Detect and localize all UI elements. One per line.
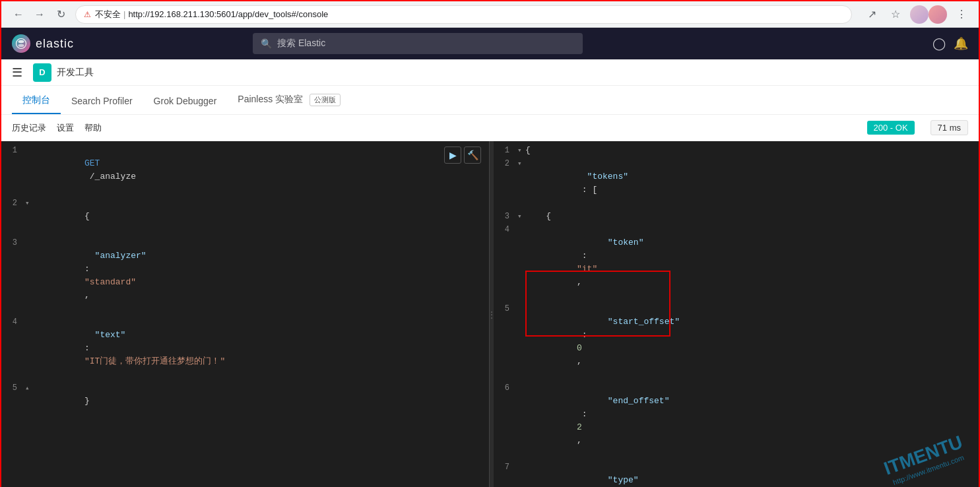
editor-content[interactable]: 1 GET /_analyze 2 ▾ { 3 "ana [1, 141, 489, 487]
line-number-1: 1 [1, 144, 25, 157]
header-right: ◯ 🔔 [932, 36, 968, 51]
output-line-6: 6 "end_offset" : 2 , [494, 381, 979, 461]
line-number-5: 5 [1, 381, 25, 395]
search-icon: 🔍 [261, 38, 272, 49]
menu-button[interactable]: ⋮ [952, 5, 971, 24]
out-line-num-5: 5 [494, 302, 517, 315]
out-gutter-1: ▾ [517, 144, 525, 157]
help-icon[interactable]: ◯ [932, 36, 946, 51]
out-code-2: "tokens" : [ [525, 157, 979, 210]
editor-line-2: 2 ▾ { [1, 197, 489, 236]
search-placeholder: 搜索 Elastic [277, 38, 325, 49]
out-gutter-3: ▾ [517, 210, 525, 223]
run-button[interactable]: ▶ [444, 146, 461, 164]
output-content[interactable]: 1 ▾ { 2 ▾ "tokens" : [ 3 ▾ { [494, 141, 979, 487]
tabs-bar: 控制台 Search Profiler Grok Debugger Painle… [1, 86, 979, 115]
dev-badge: D [33, 63, 51, 82]
tab-search-profiler[interactable]: Search Profiler [61, 89, 143, 114]
line-code-2: { [33, 197, 489, 236]
forward-button[interactable]: → [30, 5, 49, 24]
output-line-2: 2 ▾ "tokens" : [ [494, 157, 979, 210]
security-icon: ⚠ [84, 10, 91, 19]
reload-button[interactable]: ↻ [51, 5, 70, 24]
share-button[interactable]: ↗ [863, 5, 881, 24]
avatar-1[interactable] [910, 5, 929, 24]
output-line-4: 4 "token" : "it" , [494, 223, 979, 302]
line-number-2: 2 [1, 197, 25, 210]
line-number-4: 4 [1, 315, 25, 329]
global-search[interactable]: 🔍 搜索 Elastic [253, 33, 583, 54]
elastic-logo-icon [12, 34, 30, 53]
line-code-5: } [33, 381, 489, 421]
browser-actions: ↗ ☆ ⋮ [863, 5, 971, 24]
tab-console[interactable]: 控制台 [12, 88, 61, 114]
out-line-num-4: 4 [494, 223, 517, 236]
devtools-title: 开发工具 [57, 67, 94, 79]
svg-point-2 [18, 44, 24, 48]
editor-panel: 1 GET /_analyze 2 ▾ { 3 "ana [1, 141, 490, 487]
status-badge: 200 - OK [867, 121, 915, 135]
out-line-num-2: 2 [494, 157, 517, 170]
elastic-header: elastic 🔍 搜索 Elastic ◯ 🔔 [1, 28, 979, 59]
out-gutter-2: ▾ [517, 157, 525, 170]
devtools-navbar: ☰ D 开发工具 [1, 59, 979, 86]
editor-line-1: 1 GET /_analyze [1, 144, 489, 197]
output-line-3: 3 ▾ { [494, 210, 979, 223]
toolbar: 历史记录 设置 帮助 200 - OK 71 ms [1, 115, 979, 141]
line-code-4: "text" : "IT门徒，带你打开通往梦想的门！" [33, 315, 489, 381]
tab-grok-debugger[interactable]: Grok Debugger [143, 89, 228, 114]
settings-button[interactable]: 设置 [57, 122, 74, 134]
out-code-4: "token" : "it" , [525, 223, 979, 302]
url-text: 不安全 [95, 9, 121, 20]
notifications-icon[interactable]: 🔔 [954, 36, 968, 51]
tab-painless-lab[interactable]: Painless 实验室 公测版 [227, 87, 351, 114]
line-gutter-2: ▾ [25, 197, 33, 210]
elastic-logo[interactable]: elastic [12, 34, 74, 53]
line-number-3: 3 [1, 236, 25, 249]
hamburger-menu[interactable]: ☰ [12, 65, 22, 80]
out-code-5: "start_offset" : 0 , [525, 302, 979, 381]
output-line-1: 1 ▾ { [494, 144, 979, 157]
url-address: http://192.168.211.130:5601/app/dev_tool… [128, 9, 328, 19]
time-badge: 71 ms [931, 120, 968, 135]
output-panel: 1 ▾ { 2 ▾ "tokens" : [ 3 ▾ { [494, 141, 979, 487]
svg-point-1 [18, 40, 24, 44]
back-button[interactable]: ← [9, 5, 28, 24]
out-line-num-7: 7 [494, 461, 517, 474]
editor-line-5: 5 ▴ } [1, 381, 489, 421]
main-content: 1 GET /_analyze 2 ▾ { 3 "ana [1, 141, 979, 487]
out-line-num-1: 1 [494, 144, 517, 157]
avatar-2[interactable] [929, 5, 947, 24]
history-button[interactable]: 历史记录 [12, 122, 46, 134]
help-button[interactable]: 帮助 [84, 122, 102, 134]
browser-chrome: ← → ↻ ⚠ 不安全 | http://192.168.211.130:560… [1, 1, 979, 28]
bookmark-button[interactable]: ☆ [886, 5, 905, 24]
output-line-5: 5 "start_offset" : 0 , [494, 302, 979, 381]
line-code-1: GET /_analyze [33, 144, 489, 197]
nav-buttons: ← → ↻ [9, 5, 70, 24]
elastic-logo-text: elastic [36, 37, 74, 51]
url-separator: | [123, 9, 125, 19]
address-bar[interactable]: ⚠ 不安全 | http://192.168.211.130:5601/app/… [75, 5, 852, 24]
editor-line-3: 3 "analyzer" : "standard" , [1, 236, 489, 315]
editor-line-4: 4 "text" : "IT门徒，带你打开通往梦想的门！" [1, 315, 489, 381]
wrench-button[interactable]: 🔨 [464, 146, 481, 164]
line-code-3: "analyzer" : "standard" , [33, 236, 489, 315]
out-line-num-6: 6 [494, 381, 517, 395]
out-line-num-3: 3 [494, 210, 517, 223]
editor-toolbar: ▶ 🔨 [444, 146, 481, 164]
out-code-1: { [525, 144, 979, 157]
painless-badge: 公测版 [310, 94, 341, 106]
line-gutter-5: ▴ [25, 381, 33, 395]
out-code-3: { [525, 210, 979, 223]
